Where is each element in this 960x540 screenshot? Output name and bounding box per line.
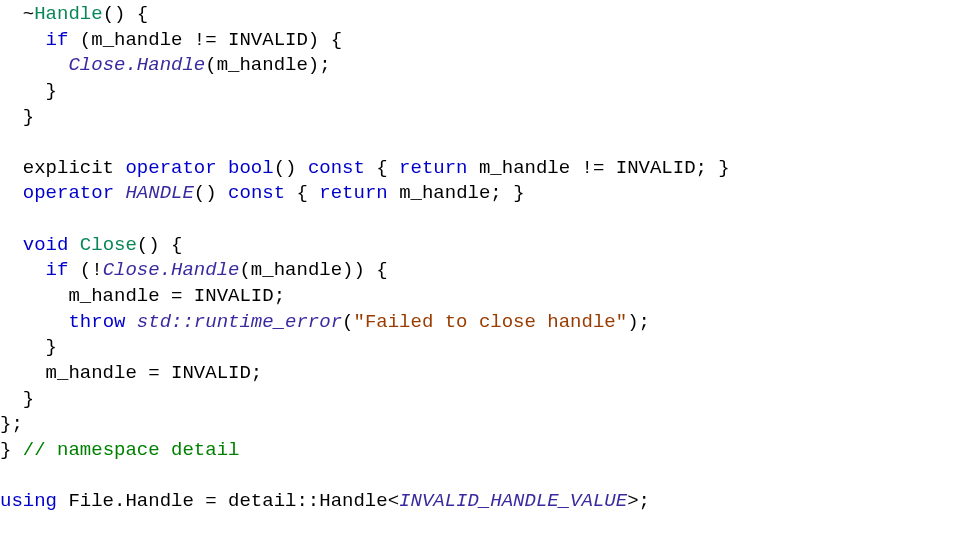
code-token: if (46, 29, 69, 51)
code-token: { (285, 182, 319, 204)
code-token (0, 259, 46, 281)
code-token: ); (627, 311, 650, 333)
code-token: // namespace detail (23, 439, 240, 461)
code-token (125, 311, 136, 333)
code-token: if (46, 259, 69, 281)
code-token: Handle (34, 3, 102, 25)
code-line: ~Handle() { (0, 3, 148, 25)
code-token: Close.Handle (68, 54, 205, 76)
code-line: } (0, 336, 57, 358)
code-token: const (308, 157, 365, 179)
code-token: () (194, 182, 228, 204)
code-line: } (0, 388, 34, 410)
code-line: Close.Handle(m_handle); (0, 54, 331, 76)
code-line: explicit operator bool() const { return … (0, 157, 730, 179)
code-token: { (365, 157, 399, 179)
code-token: () { (103, 3, 149, 25)
code-line: } // namespace detail (0, 439, 239, 461)
code-block: ~Handle() { if (m_handle != INVALID) { C… (0, 0, 960, 515)
code-line: throw std::runtime_error("Failed to clos… (0, 311, 650, 333)
code-line: } (0, 106, 34, 128)
code-line: using File.Handle = detail::Handle<INVAL… (0, 490, 650, 512)
code-line: operator HANDLE() const { return m_handl… (0, 182, 525, 204)
code-token: bool (228, 157, 274, 179)
code-line: m_handle = INVALID; (0, 285, 285, 307)
code-line: m_handle = INVALID; (0, 362, 262, 384)
code-token: } (0, 439, 23, 461)
code-line: } (0, 80, 57, 102)
code-token (0, 234, 23, 256)
code-token: const (228, 182, 285, 204)
code-line: if (m_handle != INVALID) { (0, 29, 342, 51)
code-token: operator (23, 182, 114, 204)
code-token: (m_handle != INVALID) { (68, 29, 342, 51)
code-token: explicit (0, 157, 125, 179)
code-token: throw (68, 311, 125, 333)
code-token (0, 54, 68, 76)
code-token: m_handle != INVALID; } (468, 157, 730, 179)
code-token: (m_handle); (205, 54, 330, 76)
code-token: Close.Handle (103, 259, 240, 281)
code-token: void (23, 234, 69, 256)
code-token: HANDLE (125, 182, 193, 204)
code-token: std::runtime_error (137, 311, 342, 333)
code-line: if (!Close.Handle(m_handle)) { (0, 259, 388, 281)
code-token: () (274, 157, 308, 179)
code-token: return (319, 182, 387, 204)
code-line: }; (0, 413, 23, 435)
code-token: return (399, 157, 467, 179)
code-token (0, 311, 68, 333)
code-token: () { (137, 234, 183, 256)
code-token: using (0, 490, 57, 512)
code-token: ~ (0, 3, 34, 25)
code-token: (m_handle)) { (239, 259, 387, 281)
code-token: (! (68, 259, 102, 281)
code-token (114, 182, 125, 204)
code-token (0, 29, 46, 51)
code-token (0, 182, 23, 204)
code-token: File.Handle = detail::Handle< (57, 490, 399, 512)
code-token: Close (80, 234, 137, 256)
code-token: ( (342, 311, 353, 333)
code-token: INVALID_HANDLE_VALUE (399, 490, 627, 512)
code-line: void Close() { (0, 234, 182, 256)
code-token: >; (627, 490, 650, 512)
code-token: m_handle; } (388, 182, 525, 204)
code-token (68, 234, 79, 256)
code-token: operator (125, 157, 216, 179)
code-token (217, 157, 228, 179)
code-token: "Failed to close handle" (353, 311, 627, 333)
